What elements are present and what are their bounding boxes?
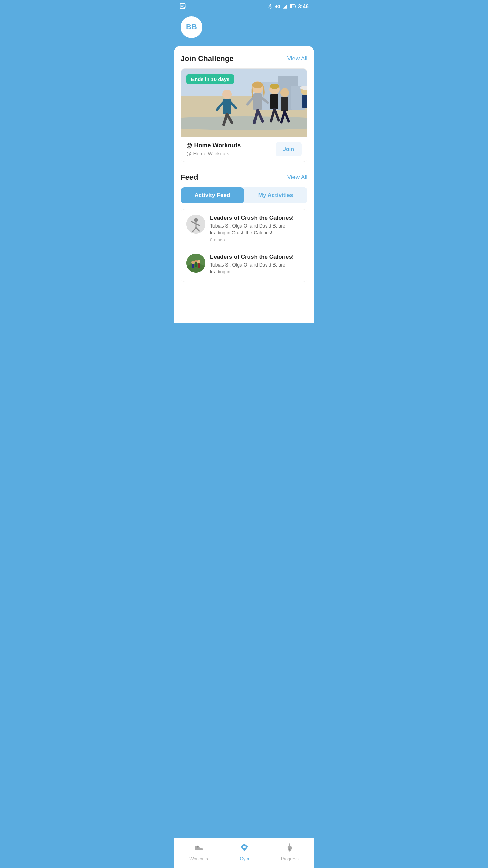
main-content: Join Challenge View All: [174, 46, 314, 323]
join-challenge-section-header: Join Challenge View All: [181, 54, 307, 63]
svg-point-50: [195, 260, 197, 262]
ends-badge: Ends in 10 days: [186, 74, 234, 84]
join-button[interactable]: Join: [276, 142, 302, 156]
join-challenge-view-all[interactable]: View All: [287, 55, 307, 62]
svg-rect-49: [198, 263, 200, 268]
svg-rect-34: [270, 94, 278, 109]
feed-tabs: Activity Feed My Activities: [181, 187, 307, 203]
svg-point-38: [194, 218, 198, 222]
status-bar: 4G 3:46: [174, 0, 314, 12]
svg-point-24: [280, 88, 289, 97]
status-left-icons: [179, 3, 186, 11]
feed-item-content: Leaders of Crush the Calories! Tobias S.…: [210, 215, 302, 242]
svg-rect-4: [290, 5, 292, 7]
svg-rect-47: [192, 264, 194, 268]
battery-icon: [290, 4, 296, 10]
tab-activity-feed[interactable]: Activity Feed: [181, 187, 244, 203]
feed-item-time: 0m ago: [210, 237, 302, 242]
signal-bars-icon: [282, 4, 288, 10]
feed-item-content: Leaders of Crush the Calories! Tobias S.…: [210, 254, 302, 276]
feed-item: Leaders of Crush the Calories! Tobias S.…: [181, 209, 307, 248]
svg-rect-12: [223, 99, 231, 114]
challenge-card: Ends in 10 days @ Home Workouts @ Home W…: [181, 68, 307, 162]
header: BB: [174, 12, 314, 46]
feed-section: Feed View All Activity Feed My Activitie…: [181, 173, 307, 282]
join-challenge-title: Join Challenge: [181, 54, 233, 63]
feed-section-header: Feed View All: [181, 173, 307, 182]
svg-point-33: [270, 84, 279, 89]
feed-item-description: Tobias S., Olga O. and David B. are lead…: [210, 262, 302, 275]
svg-rect-31: [302, 95, 307, 108]
svg-rect-19: [253, 93, 262, 110]
svg-point-18: [252, 82, 263, 88]
signal-icon: 4G: [275, 4, 280, 9]
status-right-icons: 4G 3:46: [267, 4, 309, 10]
notification-icon: [179, 3, 186, 11]
feed-item-title: Leaders of Crush the Calories!: [210, 215, 302, 221]
challenge-text: @ Home Workouts @ Home Workouts: [186, 142, 241, 156]
svg-rect-51: [195, 262, 197, 267]
feed-items-list: Leaders of Crush the Calories! Tobias S.…: [181, 209, 307, 282]
challenge-subtitle: @ Home Workouts: [186, 151, 241, 156]
tab-my-activities[interactable]: My Activities: [244, 187, 307, 203]
avatar: BB: [181, 16, 202, 38]
challenge-info: @ Home Workouts @ Home Workouts Join: [181, 137, 307, 162]
feed-item-avatar: [186, 215, 205, 234]
svg-point-11: [222, 90, 232, 99]
svg-marker-1: [283, 4, 287, 8]
challenge-image: Ends in 10 days: [181, 69, 307, 137]
feed-item-avatar: [186, 254, 205, 273]
feed-view-all[interactable]: View All: [287, 174, 307, 181]
challenge-name: @ Home Workouts: [186, 142, 241, 149]
svg-rect-3: [295, 5, 296, 7]
svg-point-46: [191, 261, 195, 264]
svg-rect-30: [303, 87, 307, 90]
feed-item-description: Tobias S., Olga O. and David B. are lead…: [210, 223, 302, 236]
svg-point-48: [197, 260, 200, 263]
svg-rect-25: [281, 97, 288, 111]
feed-title: Feed: [181, 173, 198, 182]
status-time: 3:46: [298, 4, 309, 10]
feed-item: Leaders of Crush the Calories! Tobias S.…: [181, 248, 307, 282]
bluetooth-icon: [267, 4, 273, 10]
feed-item-title: Leaders of Crush the Calories!: [210, 254, 302, 260]
